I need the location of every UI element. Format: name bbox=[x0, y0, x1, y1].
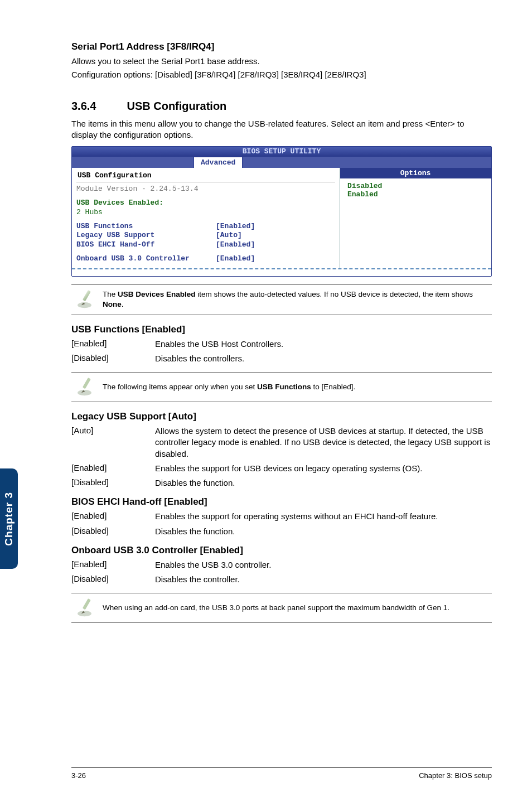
usb-functions-list: [Enabled] Enables the USB Host Controlle… bbox=[71, 339, 492, 365]
chapter-side-tab: Chapter 3 bbox=[0, 468, 18, 569]
bios-right-pane: Options Disabled Enabled bbox=[340, 168, 491, 268]
bios-titlebar: BIOS SETUP UTILITY bbox=[72, 147, 491, 157]
usb30-list: [Enabled] Enables the USB 3.0 controller… bbox=[71, 559, 492, 586]
pencil-note-icon bbox=[77, 377, 97, 397]
bios-torn-edge bbox=[72, 268, 491, 276]
page-footer: 3-26 Chapter 3: BIOS setup bbox=[71, 767, 492, 780]
serial-port-desc2: Configuration options: [Disabled] [3F8/I… bbox=[71, 69, 492, 80]
def-row: [Enabled] Enables the support for USB de… bbox=[71, 463, 492, 474]
note-usb-devices-enabled: The USB Devices Enabled item shows the a… bbox=[71, 284, 492, 315]
section-number: 3.6.4 bbox=[71, 100, 124, 113]
serial-port-heading: Serial Port1 Address [3F8/IRQ4] bbox=[71, 41, 492, 52]
note-bold: None bbox=[103, 300, 122, 308]
def-key: [Enabled] bbox=[71, 511, 155, 522]
bios-row-value: [Enabled] bbox=[216, 222, 255, 231]
svg-rect-1 bbox=[83, 290, 91, 301]
svg-point-3 bbox=[78, 390, 91, 395]
def-key: [Enabled] bbox=[71, 339, 155, 350]
note-icon bbox=[71, 289, 103, 310]
note-icon bbox=[71, 377, 103, 397]
bios-devices-line: 2 Hubs bbox=[76, 208, 335, 218]
bios-devices-heading: USB Devices Enabled: bbox=[76, 199, 335, 208]
svg-rect-7 bbox=[83, 598, 91, 610]
def-row: [Disabled] Disables the function. bbox=[71, 526, 492, 537]
def-value: Disables the controllers. bbox=[155, 353, 492, 364]
usb-functions-heading: USB Functions [Enabled] bbox=[71, 324, 492, 335]
bios-row-label: USB Functions bbox=[76, 222, 216, 231]
bios-left-pane: USB Configuration Module Version - 2.24.… bbox=[72, 168, 340, 268]
note-icon bbox=[71, 598, 103, 618]
def-key: [Disabled] bbox=[71, 526, 155, 537]
pencil-note-icon bbox=[77, 289, 97, 310]
note-text: When using an add-on card, the USB 3.0 p… bbox=[103, 603, 492, 613]
bios-row-label: BIOS EHCI Hand-Off bbox=[76, 240, 216, 250]
def-value: Enables the support for operating system… bbox=[155, 511, 492, 522]
bios-divider bbox=[340, 168, 340, 268]
footer-chapter-title: Chapter 3: BIOS setup bbox=[419, 771, 492, 780]
note-bold: USB Devices Enabled bbox=[118, 290, 196, 298]
def-row: [Auto] Allows the system to detect the p… bbox=[71, 426, 492, 460]
page-content: Serial Port1 Address [3F8/IRQ4] Allows y… bbox=[71, 33, 492, 769]
bios-option-disabled[interactable]: Disabled bbox=[347, 182, 483, 190]
def-key: [Enabled] bbox=[71, 463, 155, 474]
note-usb-functions-dependent: The following items appear only when you… bbox=[71, 372, 492, 402]
bios-row-value: [Enabled] bbox=[216, 254, 255, 264]
def-key: [Auto] bbox=[71, 426, 155, 460]
bios-row-value: [Enabled] bbox=[216, 240, 255, 250]
bios-setup-utility: BIOS SETUP UTILITY Advanced USB Configur… bbox=[71, 146, 492, 277]
note-text: The USB Devices Enabled item shows the a… bbox=[103, 289, 492, 310]
svg-point-0 bbox=[78, 302, 91, 308]
pencil-note-icon bbox=[77, 598, 97, 618]
def-key: [Disabled] bbox=[71, 574, 155, 585]
svg-rect-4 bbox=[83, 378, 91, 389]
bios-options-title: Options bbox=[340, 168, 491, 178]
bios-row-label: Onboard USB 3.0 Controller bbox=[76, 254, 216, 264]
def-value: Enables the USB Host Controllers. bbox=[155, 339, 492, 350]
def-row: [Disabled] Disables the function. bbox=[71, 477, 492, 489]
def-value: Disables the function. bbox=[155, 526, 492, 537]
bios-option-enabled[interactable]: Enabled bbox=[347, 190, 483, 199]
section-heading: 3.6.4 USB Configuration bbox=[71, 100, 492, 113]
bios-row-legacy-usb[interactable]: Legacy USB Support [Auto] bbox=[76, 231, 335, 240]
section-intro: The items in this menu allow you to chan… bbox=[71, 118, 492, 141]
def-value: Allows the system to detect the presence… bbox=[155, 426, 492, 460]
ehci-list: [Enabled] Enables the support for operat… bbox=[71, 511, 492, 537]
def-row: [Enabled] Enables the USB Host Controlle… bbox=[71, 339, 492, 350]
footer-page-number: 3-26 bbox=[71, 771, 86, 780]
bios-row-usb-functions[interactable]: USB Functions [Enabled] bbox=[76, 222, 335, 231]
def-row: [Enabled] Enables the USB 3.0 controller… bbox=[71, 559, 492, 571]
note-bold: USB Functions bbox=[257, 383, 311, 391]
legacy-usb-heading: Legacy USB Support [Auto] bbox=[71, 411, 492, 422]
serial-port-desc1: Allows you to select the Serial Port1 ba… bbox=[71, 56, 492, 67]
def-key: [Disabled] bbox=[71, 477, 155, 489]
section-title: USB Configuration bbox=[127, 100, 226, 112]
legacy-usb-list: [Auto] Allows the system to detect the p… bbox=[71, 426, 492, 489]
def-row: [Enabled] Enables the support for operat… bbox=[71, 511, 492, 522]
bios-config-heading: USB Configuration bbox=[76, 170, 335, 182]
bios-row-ehci[interactable]: BIOS EHCI Hand-Off [Enabled] bbox=[76, 240, 335, 250]
note-usb30-bandwidth: When using an add-on card, the USB 3.0 p… bbox=[71, 593, 492, 623]
bios-options-body: Disabled Enabled bbox=[340, 178, 491, 202]
def-row: [Disabled] Disables the controllers. bbox=[71, 353, 492, 364]
bios-row-value: [Auto] bbox=[216, 231, 242, 240]
def-value: Enables the support for USB devices on l… bbox=[155, 463, 492, 474]
def-value: Disables the function. bbox=[155, 477, 492, 489]
def-value: Disables the controller. bbox=[155, 574, 492, 585]
usb30-heading: Onboard USB 3.0 Controller [Enabled] bbox=[71, 545, 492, 556]
note-text: The following items appear only when you… bbox=[103, 382, 492, 392]
bios-tab-row: Advanced bbox=[72, 157, 491, 168]
bios-tab-advanced[interactable]: Advanced bbox=[194, 157, 243, 168]
def-key: [Disabled] bbox=[71, 353, 155, 364]
bios-row-label: Legacy USB Support bbox=[76, 231, 216, 240]
def-key: [Enabled] bbox=[71, 559, 155, 571]
bios-body: USB Configuration Module Version - 2.24.… bbox=[72, 168, 491, 268]
def-value: Enables the USB 3.0 controller. bbox=[155, 559, 492, 571]
def-row: [Disabled] Disables the controller. bbox=[71, 574, 492, 585]
ehci-heading: BIOS EHCI Hand-off [Enabled] bbox=[71, 496, 492, 508]
chapter-side-tab-label: Chapter 3 bbox=[3, 492, 15, 546]
svg-point-6 bbox=[78, 611, 91, 616]
bios-row-usb30[interactable]: Onboard USB 3.0 Controller [Enabled] bbox=[76, 254, 335, 264]
bios-module-version: Module Version - 2.24.5-13.4 bbox=[76, 185, 335, 194]
